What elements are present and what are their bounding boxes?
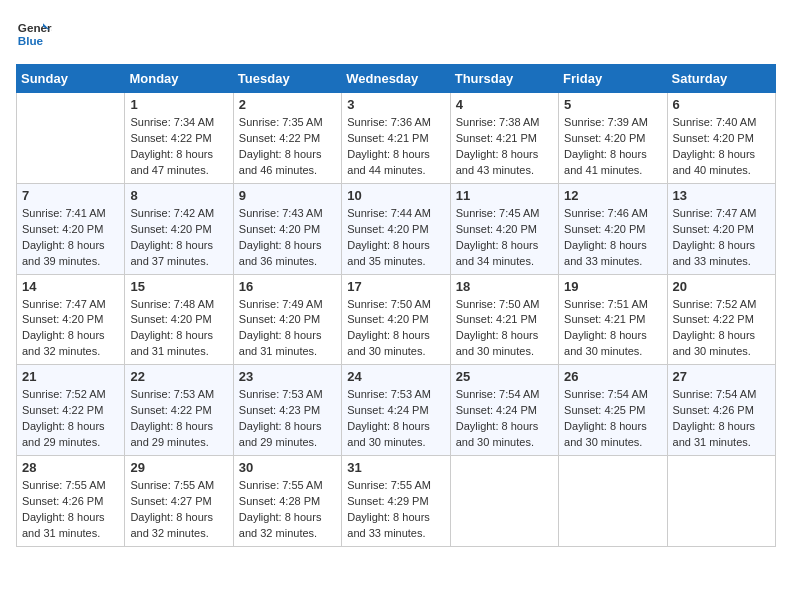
calendar-cell: 26Sunrise: 7:54 AMSunset: 4:25 PMDayligh…	[559, 365, 667, 456]
logo-icon: General Blue	[16, 16, 52, 52]
calendar-week-2: 14Sunrise: 7:47 AMSunset: 4:20 PMDayligh…	[17, 274, 776, 365]
header-sunday: Sunday	[17, 65, 125, 93]
calendar-cell: 2Sunrise: 7:35 AMSunset: 4:22 PMDaylight…	[233, 93, 341, 184]
day-number: 3	[347, 97, 444, 112]
day-info: Sunrise: 7:53 AMSunset: 4:24 PMDaylight:…	[347, 387, 444, 451]
day-info: Sunrise: 7:34 AMSunset: 4:22 PMDaylight:…	[130, 115, 227, 179]
day-info: Sunrise: 7:42 AMSunset: 4:20 PMDaylight:…	[130, 206, 227, 270]
day-number: 14	[22, 279, 119, 294]
header-tuesday: Tuesday	[233, 65, 341, 93]
calendar-cell: 12Sunrise: 7:46 AMSunset: 4:20 PMDayligh…	[559, 183, 667, 274]
calendar-cell: 19Sunrise: 7:51 AMSunset: 4:21 PMDayligh…	[559, 274, 667, 365]
day-number: 23	[239, 369, 336, 384]
calendar-cell: 10Sunrise: 7:44 AMSunset: 4:20 PMDayligh…	[342, 183, 450, 274]
calendar-week-3: 21Sunrise: 7:52 AMSunset: 4:22 PMDayligh…	[17, 365, 776, 456]
header-friday: Friday	[559, 65, 667, 93]
day-info: Sunrise: 7:55 AMSunset: 4:27 PMDaylight:…	[130, 478, 227, 542]
calendar-cell: 22Sunrise: 7:53 AMSunset: 4:22 PMDayligh…	[125, 365, 233, 456]
calendar-week-4: 28Sunrise: 7:55 AMSunset: 4:26 PMDayligh…	[17, 456, 776, 547]
day-number: 15	[130, 279, 227, 294]
day-info: Sunrise: 7:48 AMSunset: 4:20 PMDaylight:…	[130, 297, 227, 361]
day-info: Sunrise: 7:47 AMSunset: 4:20 PMDaylight:…	[22, 297, 119, 361]
day-info: Sunrise: 7:45 AMSunset: 4:20 PMDaylight:…	[456, 206, 553, 270]
day-number: 30	[239, 460, 336, 475]
calendar-cell: 20Sunrise: 7:52 AMSunset: 4:22 PMDayligh…	[667, 274, 775, 365]
day-number: 17	[347, 279, 444, 294]
calendar-cell: 6Sunrise: 7:40 AMSunset: 4:20 PMDaylight…	[667, 93, 775, 184]
day-info: Sunrise: 7:53 AMSunset: 4:22 PMDaylight:…	[130, 387, 227, 451]
day-info: Sunrise: 7:52 AMSunset: 4:22 PMDaylight:…	[22, 387, 119, 451]
day-info: Sunrise: 7:52 AMSunset: 4:22 PMDaylight:…	[673, 297, 770, 361]
day-number: 12	[564, 188, 661, 203]
day-number: 20	[673, 279, 770, 294]
calendar-cell: 28Sunrise: 7:55 AMSunset: 4:26 PMDayligh…	[17, 456, 125, 547]
day-info: Sunrise: 7:50 AMSunset: 4:21 PMDaylight:…	[456, 297, 553, 361]
day-number: 29	[130, 460, 227, 475]
day-number: 16	[239, 279, 336, 294]
day-number: 27	[673, 369, 770, 384]
day-number: 31	[347, 460, 444, 475]
calendar-cell: 23Sunrise: 7:53 AMSunset: 4:23 PMDayligh…	[233, 365, 341, 456]
day-number: 4	[456, 97, 553, 112]
day-number: 6	[673, 97, 770, 112]
day-info: Sunrise: 7:44 AMSunset: 4:20 PMDaylight:…	[347, 206, 444, 270]
day-number: 24	[347, 369, 444, 384]
day-info: Sunrise: 7:43 AMSunset: 4:20 PMDaylight:…	[239, 206, 336, 270]
calendar-cell: 8Sunrise: 7:42 AMSunset: 4:20 PMDaylight…	[125, 183, 233, 274]
day-info: Sunrise: 7:50 AMSunset: 4:20 PMDaylight:…	[347, 297, 444, 361]
day-info: Sunrise: 7:55 AMSunset: 4:29 PMDaylight:…	[347, 478, 444, 542]
day-number: 5	[564, 97, 661, 112]
day-info: Sunrise: 7:51 AMSunset: 4:21 PMDaylight:…	[564, 297, 661, 361]
day-number: 7	[22, 188, 119, 203]
day-info: Sunrise: 7:49 AMSunset: 4:20 PMDaylight:…	[239, 297, 336, 361]
day-number: 26	[564, 369, 661, 384]
calendar-cell	[450, 456, 558, 547]
calendar-cell: 14Sunrise: 7:47 AMSunset: 4:20 PMDayligh…	[17, 274, 125, 365]
calendar-header-row: SundayMondayTuesdayWednesdayThursdayFrid…	[17, 65, 776, 93]
header-wednesday: Wednesday	[342, 65, 450, 93]
calendar-cell	[559, 456, 667, 547]
calendar-cell: 25Sunrise: 7:54 AMSunset: 4:24 PMDayligh…	[450, 365, 558, 456]
calendar-table: SundayMondayTuesdayWednesdayThursdayFrid…	[16, 64, 776, 547]
day-info: Sunrise: 7:54 AMSunset: 4:25 PMDaylight:…	[564, 387, 661, 451]
day-info: Sunrise: 7:35 AMSunset: 4:22 PMDaylight:…	[239, 115, 336, 179]
calendar-cell: 15Sunrise: 7:48 AMSunset: 4:20 PMDayligh…	[125, 274, 233, 365]
calendar-cell	[17, 93, 125, 184]
page-header: General Blue	[16, 16, 776, 52]
day-info: Sunrise: 7:38 AMSunset: 4:21 PMDaylight:…	[456, 115, 553, 179]
calendar-cell: 24Sunrise: 7:53 AMSunset: 4:24 PMDayligh…	[342, 365, 450, 456]
calendar-cell: 5Sunrise: 7:39 AMSunset: 4:20 PMDaylight…	[559, 93, 667, 184]
day-info: Sunrise: 7:54 AMSunset: 4:26 PMDaylight:…	[673, 387, 770, 451]
calendar-cell	[667, 456, 775, 547]
day-info: Sunrise: 7:55 AMSunset: 4:28 PMDaylight:…	[239, 478, 336, 542]
day-number: 9	[239, 188, 336, 203]
calendar-cell: 13Sunrise: 7:47 AMSunset: 4:20 PMDayligh…	[667, 183, 775, 274]
calendar-week-1: 7Sunrise: 7:41 AMSunset: 4:20 PMDaylight…	[17, 183, 776, 274]
day-number: 8	[130, 188, 227, 203]
calendar-cell: 1Sunrise: 7:34 AMSunset: 4:22 PMDaylight…	[125, 93, 233, 184]
day-number: 10	[347, 188, 444, 203]
day-info: Sunrise: 7:39 AMSunset: 4:20 PMDaylight:…	[564, 115, 661, 179]
header-saturday: Saturday	[667, 65, 775, 93]
day-number: 22	[130, 369, 227, 384]
day-info: Sunrise: 7:54 AMSunset: 4:24 PMDaylight:…	[456, 387, 553, 451]
calendar-cell: 9Sunrise: 7:43 AMSunset: 4:20 PMDaylight…	[233, 183, 341, 274]
header-monday: Monday	[125, 65, 233, 93]
calendar-cell: 17Sunrise: 7:50 AMSunset: 4:20 PMDayligh…	[342, 274, 450, 365]
svg-text:Blue: Blue	[18, 34, 44, 47]
calendar-cell: 31Sunrise: 7:55 AMSunset: 4:29 PMDayligh…	[342, 456, 450, 547]
calendar-cell: 21Sunrise: 7:52 AMSunset: 4:22 PMDayligh…	[17, 365, 125, 456]
calendar-cell: 4Sunrise: 7:38 AMSunset: 4:21 PMDaylight…	[450, 93, 558, 184]
calendar-cell: 29Sunrise: 7:55 AMSunset: 4:27 PMDayligh…	[125, 456, 233, 547]
day-number: 25	[456, 369, 553, 384]
calendar-cell: 11Sunrise: 7:45 AMSunset: 4:20 PMDayligh…	[450, 183, 558, 274]
logo: General Blue	[16, 16, 52, 52]
calendar-cell: 16Sunrise: 7:49 AMSunset: 4:20 PMDayligh…	[233, 274, 341, 365]
calendar-cell: 7Sunrise: 7:41 AMSunset: 4:20 PMDaylight…	[17, 183, 125, 274]
day-info: Sunrise: 7:55 AMSunset: 4:26 PMDaylight:…	[22, 478, 119, 542]
day-number: 21	[22, 369, 119, 384]
calendar-week-0: 1Sunrise: 7:34 AMSunset: 4:22 PMDaylight…	[17, 93, 776, 184]
day-number: 2	[239, 97, 336, 112]
calendar-body: 1Sunrise: 7:34 AMSunset: 4:22 PMDaylight…	[17, 93, 776, 547]
day-info: Sunrise: 7:47 AMSunset: 4:20 PMDaylight:…	[673, 206, 770, 270]
